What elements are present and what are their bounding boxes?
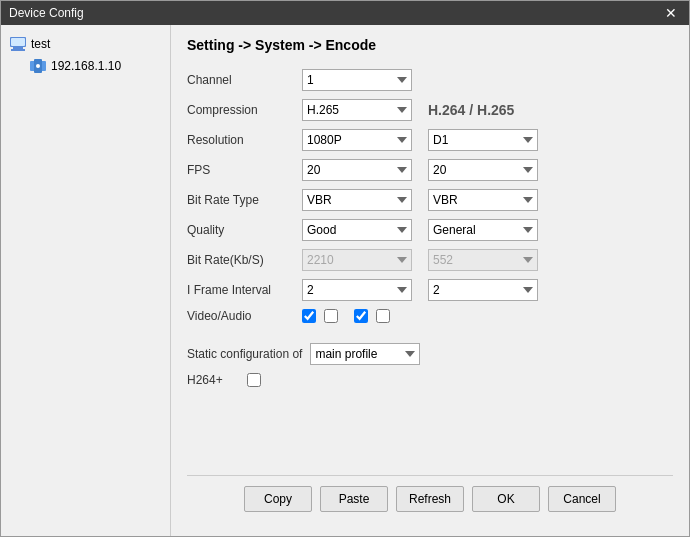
quality2-col: General Good Best Better Low	[428, 219, 538, 241]
copy-button[interactable]: Copy	[244, 486, 312, 512]
resolution2-select[interactable]: D1 CIF QCIF	[428, 129, 538, 151]
sidebar-item-device[interactable]: 192.168.1.10	[25, 55, 166, 77]
main-panel: Setting -> System -> Encode Channel 1 2 …	[171, 25, 689, 536]
resolution2-col: D1 CIF QCIF	[428, 129, 538, 151]
video-audio-label: Video/Audio	[187, 309, 302, 323]
quality-label: Quality	[187, 223, 302, 237]
cancel-button[interactable]: Cancel	[548, 486, 616, 512]
video-audio2-col	[354, 309, 390, 323]
network-icon	[29, 57, 47, 75]
close-button[interactable]: ✕	[661, 5, 681, 21]
h264plus-checkbox[interactable]	[247, 373, 261, 387]
button-bar: Copy Paste Refresh OK Cancel	[187, 475, 673, 524]
secondary-heading: H.264 / H.265	[428, 102, 514, 118]
bit-rate-label: Bit Rate(Kb/S)	[187, 253, 302, 267]
channel-label: Channel	[187, 73, 302, 87]
bit-rate-type2-col: VBR CBR	[428, 189, 538, 211]
bit-rate-row: Bit Rate(Kb/S) 2210 552	[187, 249, 673, 271]
fps-row: FPS 20 25 30 20 25 30	[187, 159, 673, 181]
compression-row: Compression H.265 H.264 H.264 / H.265	[187, 99, 673, 121]
compression-label: Compression	[187, 103, 302, 117]
static-config-label: Static configuration of	[187, 347, 302, 361]
iframe2-col: 2 4 8	[428, 279, 538, 301]
device-config-window: Device Config ✕ test	[0, 0, 690, 537]
svg-rect-2	[11, 49, 25, 51]
window-title: Device Config	[9, 6, 84, 20]
video-audio2-checkboxes	[354, 309, 390, 323]
title-bar: Device Config ✕	[1, 1, 689, 25]
static-config-select[interactable]: main profile baseline profile high profi…	[310, 343, 420, 365]
fps-label: FPS	[187, 163, 302, 177]
svg-rect-3	[11, 38, 25, 46]
bit-rate-type-row: Bit Rate Type VBR CBR VBR CBR	[187, 189, 673, 211]
quality-select[interactable]: Good General Best Better Low	[302, 219, 412, 241]
svg-rect-1	[13, 47, 23, 49]
secondary-heading-col: H.264 / H.265	[428, 102, 514, 118]
sidebar: test 192.168.1.10	[1, 25, 171, 536]
video-checkbox[interactable]	[302, 309, 316, 323]
resolution-label: Resolution	[187, 133, 302, 147]
bit-rate-select: 2210	[302, 249, 412, 271]
svg-point-6	[36, 64, 40, 68]
channel-select[interactable]: 1 2 3 4	[302, 69, 412, 91]
h264plus-row: H264+	[187, 373, 673, 387]
audio-checkbox[interactable]	[324, 309, 338, 323]
bit-rate-type-label: Bit Rate Type	[187, 193, 302, 207]
breadcrumb: Setting -> System -> Encode	[187, 37, 673, 53]
audio2-checkbox[interactable]	[376, 309, 390, 323]
video2-checkbox[interactable]	[354, 309, 368, 323]
iframe-row: I Frame Interval 2 4 8 2 4 8	[187, 279, 673, 301]
quality-row: Quality Good General Best Better Low Gen…	[187, 219, 673, 241]
form-area: Channel 1 2 3 4 Compression H.265 H.264	[187, 69, 673, 467]
h264plus-label: H264+	[187, 373, 247, 387]
refresh-button[interactable]: Refresh	[396, 486, 464, 512]
sidebar-root-label: test	[31, 37, 50, 51]
bit-rate-type2-select[interactable]: VBR CBR	[428, 189, 538, 211]
content-area: test 192.168.1.10 Setting -> System -> E…	[1, 25, 689, 536]
monitor-icon	[9, 35, 27, 53]
iframe-label: I Frame Interval	[187, 283, 302, 297]
video-audio-row: Video/Audio	[187, 309, 673, 323]
bit-rate2-col: 552	[428, 249, 538, 271]
channel-row: Channel 1 2 3 4	[187, 69, 673, 91]
sidebar-child-label: 192.168.1.10	[51, 59, 121, 73]
fps2-select[interactable]: 20 25 30	[428, 159, 538, 181]
bit-rate-type-select[interactable]: VBR CBR	[302, 189, 412, 211]
fps2-col: 20 25 30	[428, 159, 538, 181]
iframe-select[interactable]: 2 4 8	[302, 279, 412, 301]
fps-select[interactable]: 20 25 30	[302, 159, 412, 181]
paste-button[interactable]: Paste	[320, 486, 388, 512]
video-audio-checkboxes	[302, 309, 338, 323]
compression-select[interactable]: H.265 H.264	[302, 99, 412, 121]
quality2-select[interactable]: General Good Best Better Low	[428, 219, 538, 241]
ok-button[interactable]: OK	[472, 486, 540, 512]
static-config-row: Static configuration of main profile bas…	[187, 343, 673, 365]
iframe2-select[interactable]: 2 4 8	[428, 279, 538, 301]
resolution-select[interactable]: 1080P 720P D1 CIF	[302, 129, 412, 151]
bit-rate2-select: 552	[428, 249, 538, 271]
sidebar-item-root[interactable]: test	[5, 33, 166, 55]
resolution-row: Resolution 1080P 720P D1 CIF D1 CIF QCIF	[187, 129, 673, 151]
